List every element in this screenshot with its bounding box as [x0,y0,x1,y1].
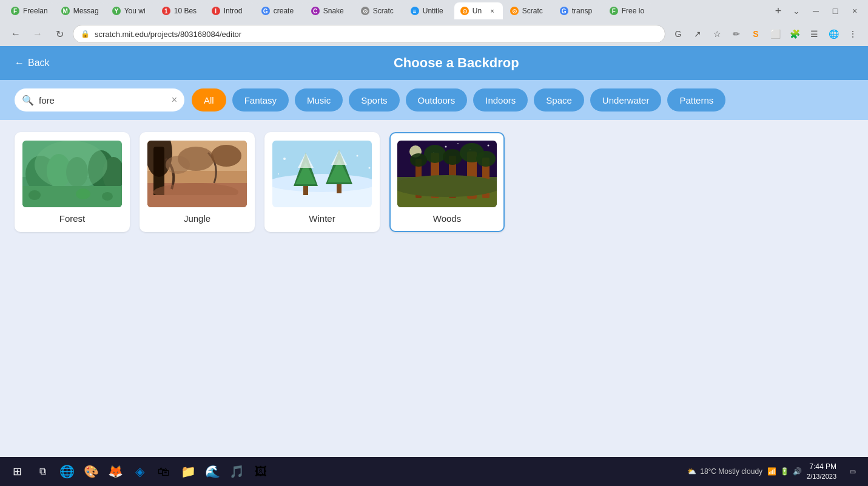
system-tray: ⛅ 18°C Mostly cloudy [687,467,762,476]
filter-sports[interactable]: Sports [349,88,399,112]
google-icon[interactable]: G [670,26,686,42]
minimize-button[interactable]: ─ [807,2,824,19]
tab-messag[interactable]: M Messag [55,2,105,19]
tab-freelo2[interactable]: F Free lo [604,2,652,19]
tab-current[interactable]: ⊙ Un × [454,2,503,19]
tab-transp[interactable]: G transp [554,2,602,19]
vscode-taskbar-icon[interactable]: ◈ [129,461,150,482]
tab-youwi[interactable]: Y You wi [106,2,155,19]
photos-taskbar-icon[interactable]: 🖼 [250,461,272,482]
tab-label-untitle: Untitle [423,7,443,15]
tab-scratch1[interactable]: ⊙ Scratc [355,2,403,19]
tab-close-current[interactable]: × [488,7,497,15]
weather-text: 18°C Mostly cloudy [700,467,762,476]
show-desktop-button[interactable]: ▭ [841,461,863,482]
url-text: scratch.mit.edu/projects/803168084/edito… [95,30,658,39]
screenshot-icon[interactable]: ⬜ [767,26,783,42]
tab-favicon-youwi: Y [112,7,121,15]
extensions-icon[interactable]: 🧩 [787,26,802,42]
svg-point-56 [410,153,427,167]
backdrop-card-woods[interactable]: Woods [389,132,505,232]
sidebar-toggle[interactable]: ☰ [806,26,822,42]
filter-music[interactable]: Music [295,88,343,112]
tab-untitle[interactable]: ≡ Untitle [405,2,453,19]
back-button[interactable]: ← [7,25,24,42]
page-title: Choose a Backdrop [59,55,853,71]
filter-underwater[interactable]: Underwater [590,88,662,112]
tab-favicon-freelo2: F [610,7,618,15]
date-display: 2/13/2023 [807,472,836,481]
filter-space[interactable]: Space [534,88,584,112]
tab-label-10bes: 10 Bes [174,7,197,15]
chrome-taskbar-icon[interactable]: 🌐 [56,461,78,482]
bookmark-icon[interactable]: ☆ [709,26,725,42]
svg-point-53 [424,145,446,163]
close-window-button[interactable]: × [846,2,863,19]
share-icon[interactable]: ↗ [690,26,705,42]
tab-snake[interactable]: C Snake [305,2,354,19]
filter-all[interactable]: All [192,88,226,112]
profile-icon[interactable]: 🌐 [826,26,841,42]
tab-create[interactable]: G create [255,2,304,19]
highlight-icon[interactable]: ✏ [728,26,744,42]
tab-favicon-untitle: ≡ [411,7,419,15]
backdrop-thumb-forest [22,141,122,207]
address-input-wrap[interactable]: 🔒 scratch.mit.edu/projects/803168084/edi… [73,25,665,43]
backdrop-thumb-winter [272,141,372,207]
svg-point-26 [272,174,372,192]
backdrop-card-forest[interactable]: Forest [15,132,130,232]
files-icon: 📁 [181,464,196,479]
canva-taskbar-icon[interactable]: 🎨 [80,461,102,482]
clock[interactable]: 7:44 PM 2/13/2023 [807,462,836,481]
store-icon: 🛍 [158,465,170,479]
tab-overflow-button[interactable]: ⌄ [788,2,805,19]
spotify-taskbar-icon[interactable]: 🎵 [226,461,247,482]
svg-point-57 [476,151,496,167]
backdrop-card-winter[interactable]: Winter [264,132,380,232]
taskbar: ⊞ ⧉ 🌐 🎨 🦊 ◈ 🛍 📁 🌊 🎵 🖼 ⛅ 18°C Mostly clou… [0,457,868,486]
tab-favicon-messag: M [61,7,70,15]
svg-rect-32 [337,184,341,193]
task-view-button[interactable]: ⧉ [32,461,53,482]
backdrop-label-forest: Forest [59,213,86,224]
svg-point-46 [488,145,490,147]
tab-bar: F Freelan M Messag Y You wi 1 10 Bes I I… [0,0,868,22]
store-taskbar-icon[interactable]: 🛍 [153,461,175,482]
task-view-icon: ⧉ [39,466,46,477]
tab-introd[interactable]: I Introd [206,2,254,19]
svg-point-37 [369,167,371,169]
edge-taskbar-icon[interactable]: 🌊 [201,461,223,482]
back-button[interactable]: ← Back [15,58,50,68]
maximize-button[interactable]: □ [827,2,844,19]
start-button[interactable]: ⊞ [5,459,29,484]
svg-point-21 [166,156,190,174]
tab-freelan[interactable]: F Freelan [5,2,54,19]
new-tab-button[interactable]: + [770,2,787,19]
tab-label-transp: transp [572,7,592,15]
files-taskbar-icon[interactable]: 📁 [177,461,199,482]
svg-point-11 [29,190,41,200]
filter-outdoors[interactable]: Outdoors [406,88,468,112]
filter-indoors[interactable]: Indoors [473,88,528,112]
firefox-taskbar-icon[interactable]: 🦊 [104,461,126,482]
tab-label-youwi: You wi [124,7,146,15]
tab-10bes[interactable]: 1 10 Bes [156,2,204,19]
chrome-icon: 🌐 [59,464,75,479]
filter-patterns[interactable]: Patterns [667,88,725,112]
tab-label-messag: Messag [73,7,99,15]
filter-bar: 🔍 × AllFantasyMusicSportsOutdoorsIndoors… [0,80,868,120]
search-clear-button[interactable]: × [172,95,177,105]
scratch-icon[interactable]: S [748,26,764,42]
search-input[interactable] [39,95,167,105]
tab-label-freelo2: Free lo [622,7,644,15]
backdrop-card-jungle[interactable]: Jungle [140,132,255,232]
filter-fantasy[interactable]: Fantasy [232,88,289,112]
svg-point-47 [457,143,459,144]
svg-point-43 [445,146,447,148]
forward-button[interactable]: → [29,25,46,42]
reload-button[interactable]: ↻ [51,25,68,42]
tab-label-introd: Introd [224,7,243,15]
menu-icon[interactable]: ⋮ [845,26,861,42]
tab-scratch2[interactable]: ⊙ Scratc [504,2,553,19]
windows-icon: ⊞ [13,465,22,478]
